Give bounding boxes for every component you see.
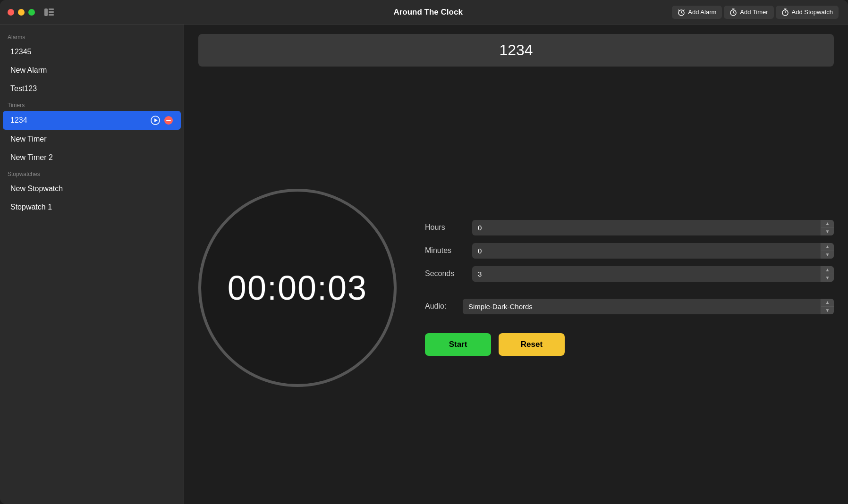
sidebar-item-timer-new[interactable]: New Timer <box>3 130 181 148</box>
seconds-stepper-arrows: ▲ ▼ <box>821 266 834 282</box>
audio-select-wrapper: ▲ ▼ <box>463 299 834 314</box>
audio-row: Audio: ▲ ▼ <box>425 299 834 314</box>
maximize-button[interactable] <box>28 9 35 16</box>
minutes-stepper-wrapper: ▲ ▼ <box>472 243 834 259</box>
seconds-row: Seconds ▲ ▼ <box>425 266 834 282</box>
sidebar-item-stopwatch-new[interactable]: New Stopwatch <box>3 180 181 198</box>
titlebar: Around The Clock Add Alarm Add Timer <box>0 0 848 25</box>
clock-circle: 00:00:03 <box>198 189 397 387</box>
main-content: Alarms 12345 New Alarm Test123 Timers 12… <box>0 25 848 504</box>
action-buttons-row: Start Reset <box>425 333 834 356</box>
minutes-stepper-arrows: ▲ ▼ <box>821 243 834 259</box>
sidebar: Alarms 12345 New Alarm Test123 Timers 12… <box>0 25 184 504</box>
add-alarm-label: Add Alarm <box>688 8 716 16</box>
sidebar-item-timer-new2[interactable]: New Timer 2 <box>3 149 181 167</box>
svg-rect-0 <box>44 8 48 16</box>
sidebar-item-label: 12345 <box>10 48 32 56</box>
reset-button[interactable]: Reset <box>499 333 565 356</box>
start-button[interactable]: Start <box>425 333 491 356</box>
sidebar-item-alarm-12345[interactable]: 12345 <box>3 43 181 61</box>
timer-icon <box>729 8 737 16</box>
svg-rect-3 <box>49 14 54 16</box>
sidebar-toggle-button[interactable] <box>44 8 54 16</box>
svg-rect-10 <box>166 120 171 121</box>
play-timer-button[interactable] <box>151 116 160 125</box>
minutes-decrement-button[interactable]: ▼ <box>821 251 834 259</box>
audio-decrement-button[interactable]: ▼ <box>821 307 834 314</box>
traffic-lights <box>0 8 184 16</box>
seconds-input[interactable] <box>472 266 834 282</box>
right-panel: 00:00:03 Hours ▲ ▼ <box>184 25 848 504</box>
sidebar-item-label: 1234 <box>10 116 27 125</box>
hours-increment-button[interactable]: ▲ <box>821 220 834 228</box>
svg-rect-1 <box>49 8 54 10</box>
timers-section-label: Timers <box>0 98 184 110</box>
sidebar-item-label: Stopwatch 1 <box>10 203 52 211</box>
app-title: Around The Clock <box>393 8 462 17</box>
add-timer-button[interactable]: Add Timer <box>724 6 773 19</box>
sidebar-item-label: New Timer 2 <box>10 153 53 162</box>
seconds-stepper-wrapper: ▲ ▼ <box>472 266 834 282</box>
clock-circle-container: 00:00:03 <box>198 189 397 387</box>
sidebar-item-label: Test123 <box>10 84 37 93</box>
add-stopwatch-button[interactable]: Add Stopwatch <box>776 6 839 19</box>
minutes-input[interactable] <box>472 243 834 259</box>
sidebar-item-label: New Alarm <box>10 66 47 75</box>
alarm-icon <box>678 8 685 16</box>
minimize-button[interactable] <box>18 9 25 16</box>
svg-rect-2 <box>49 11 54 13</box>
minutes-row: Minutes ▲ ▼ <box>425 243 834 259</box>
clock-time-display: 00:00:03 <box>228 269 367 307</box>
titlebar-center: Around The Clock <box>184 8 672 17</box>
hours-row: Hours ▲ ▼ <box>425 220 834 235</box>
alarms-section-label: Alarms <box>0 30 184 42</box>
play-circle-icon <box>151 116 160 125</box>
app-window: Around The Clock Add Alarm Add Timer <box>0 0 848 504</box>
stopwatch-icon <box>781 8 789 16</box>
hours-stepper-arrows: ▲ ▼ <box>821 220 834 235</box>
stopwatches-section-label: Stopwatches <box>0 167 184 179</box>
audio-select-arrows: ▲ ▼ <box>821 299 834 314</box>
hours-label: Hours <box>425 223 472 232</box>
seconds-label: Seconds <box>425 269 472 278</box>
seconds-decrement-button[interactable]: ▼ <box>821 274 834 282</box>
titlebar-actions: Add Alarm Add Timer Add Stopwatch <box>672 6 848 19</box>
audio-increment-button[interactable]: ▲ <box>821 299 834 307</box>
svg-marker-8 <box>154 118 158 122</box>
close-button[interactable] <box>8 9 14 16</box>
minus-circle-icon <box>164 116 173 125</box>
audio-select-input[interactable] <box>463 299 834 314</box>
audio-label: Audio: <box>425 302 463 311</box>
minutes-increment-button[interactable]: ▲ <box>821 243 834 251</box>
hours-stepper-wrapper: ▲ ▼ <box>472 220 834 235</box>
timer-item-controls <box>151 116 173 125</box>
timer-display-area: 00:00:03 Hours ▲ ▼ <box>198 81 834 495</box>
remove-timer-button[interactable] <box>164 116 173 125</box>
minutes-label: Minutes <box>425 246 472 255</box>
sidebar-item-label: New Stopwatch <box>10 185 63 193</box>
sidebar-item-timer-1234[interactable]: 1234 <box>3 111 181 130</box>
add-stopwatch-label: Add Stopwatch <box>792 8 833 16</box>
sidebar-item-alarm-test123[interactable]: Test123 <box>3 80 181 98</box>
controls-panel: Hours ▲ ▼ Minutes <box>425 220 834 356</box>
hours-input[interactable] <box>472 220 834 235</box>
timer-name-input[interactable] <box>198 34 834 67</box>
sidebar-item-stopwatch-1[interactable]: Stopwatch 1 <box>3 198 181 216</box>
add-alarm-button[interactable]: Add Alarm <box>672 6 722 19</box>
sidebar-item-label: New Timer <box>10 135 46 143</box>
seconds-increment-button[interactable]: ▲ <box>821 266 834 274</box>
hours-decrement-button[interactable]: ▼ <box>821 228 834 235</box>
add-timer-label: Add Timer <box>740 8 768 16</box>
sidebar-item-alarm-new-alarm[interactable]: New Alarm <box>3 61 181 79</box>
